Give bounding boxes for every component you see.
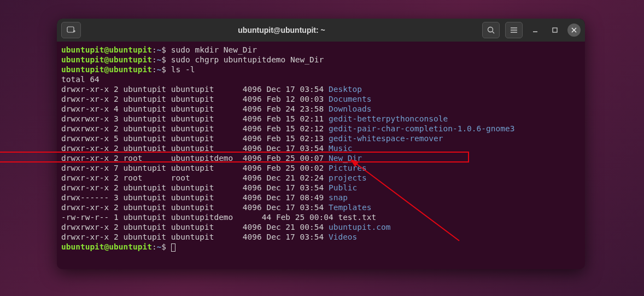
links: 7 [114, 164, 119, 172]
ls-row: drwx------ 3 ubuntupit ubuntupit 4096 De… [61, 193, 581, 202]
perm: -rw-rw-r-- [61, 213, 109, 222]
links: 5 [114, 134, 119, 143]
size: 44 [238, 213, 271, 222]
prompt-colon: : [152, 242, 157, 251]
group: ubuntupit [171, 105, 233, 113]
new-tab-button[interactable] [61, 22, 81, 38]
command-line: ubuntupit@ubuntupit:~$ sudo chgrp ubuntu… [61, 55, 581, 65]
maximize-button[interactable] [548, 23, 562, 37]
size: 4096 [238, 144, 262, 153]
perm: drwxr-xr-x [61, 233, 109, 241]
links: 2 [114, 124, 119, 133]
group: ubuntupit [171, 114, 233, 123]
command-line: ubuntupit@ubuntupit:~$ [61, 242, 581, 252]
perm: drwxrwxr-x [61, 223, 109, 231]
terminal-window: ubuntupit@ubuntupit: ~ ubuntupit@ubuntup… [57, 19, 585, 269]
perm: drwxr-xr-x [61, 105, 109, 113]
group: ubuntupit [171, 193, 233, 202]
size: 4096 [238, 85, 262, 94]
size: 4096 [238, 203, 262, 212]
file-name: gedit-betterpythonconsole [329, 114, 448, 123]
perm: drwxr-xr-x [61, 173, 109, 182]
size: 4096 [238, 114, 262, 123]
size: 4096 [238, 233, 262, 241]
owner: root [124, 154, 167, 162]
ls-row: drwxr-xr-x 4 ubuntupit ubuntupit 4096 Fe… [61, 104, 581, 114]
terminal-body[interactable]: ubuntupit@ubuntupit:~$ sudo mkdir New_Di… [57, 42, 585, 269]
file-name: projects [329, 173, 367, 182]
links: 1 [114, 213, 119, 222]
command-text: sudo mkdir New_Dir [171, 45, 257, 54]
ls-row: drwxr-xr-x 2 ubuntupit ubuntupit 4096 De… [61, 183, 581, 193]
file-name: New_Dir [329, 154, 362, 162]
ls-row: drwxr-xr-x 2 ubuntupit ubuntupit 4096 De… [61, 143, 581, 153]
links: 2 [114, 223, 119, 231]
owner: ubuntupit [124, 114, 167, 123]
size: 4096 [238, 134, 262, 143]
file-name: ubuntupit.com [329, 223, 391, 231]
ls-row: drwxr-xr-x 2 ubuntupit ubuntupit 4096 Fe… [61, 94, 581, 104]
owner: ubuntupit [124, 105, 167, 113]
owner: ubuntupit [124, 193, 167, 202]
perm: drwxr-xr-x [61, 95, 109, 103]
links: 2 [114, 203, 119, 212]
svg-rect-0 [67, 27, 74, 32]
owner: ubuntupit [124, 124, 167, 133]
hamburger-icon [510, 27, 518, 33]
menu-button[interactable] [505, 22, 523, 38]
owner: ubuntupit [124, 213, 167, 222]
group: ubuntupit [171, 95, 233, 103]
perm: drwxr-xr-x [61, 164, 109, 172]
owner: ubuntupit [124, 164, 167, 172]
date: Feb 12 00:03 [266, 95, 324, 103]
links: 4 [114, 105, 119, 113]
group: ubuntupit [171, 124, 233, 133]
prompt-colon: : [152, 55, 157, 64]
date: Feb 15 02:11 [266, 114, 324, 123]
group: ubuntupit [171, 183, 233, 192]
file-name: Documents [329, 95, 372, 103]
prompt-dollar: $ [161, 45, 171, 54]
size: 4096 [238, 95, 262, 103]
close-icon [571, 27, 577, 33]
prompt-user: ubuntupit@ubuntupit [61, 55, 152, 64]
date: Feb 25 00:07 [266, 154, 324, 162]
perm: drwxr-xr-x [61, 144, 109, 153]
output-total: total 64 [61, 74, 581, 84]
svg-point-3 [488, 27, 493, 32]
group: ubuntupit [171, 134, 233, 143]
group: ubuntupit [171, 164, 233, 172]
file-name: Pictures [329, 164, 367, 172]
minimize-button[interactable] [528, 23, 542, 37]
group: ubuntupit [171, 85, 233, 94]
ls-row: -rw-rw-r-- 1 ubuntupit ubuntupitdemo 44 … [61, 212, 581, 222]
close-button[interactable] [567, 24, 581, 37]
size: 4096 [238, 105, 262, 113]
links: 2 [114, 183, 119, 192]
perm: drwxrwxr-x [61, 124, 109, 133]
group: ubuntupitdemo [171, 154, 233, 162]
date: Dec 17 03:54 [266, 144, 324, 153]
perm: drwx------ [61, 193, 109, 202]
owner: ubuntupit [124, 183, 167, 192]
window-title: ubuntupit@ubuntupit: ~ [81, 26, 482, 34]
size: 4096 [238, 154, 262, 162]
date: Dec 21 02:24 [266, 173, 324, 182]
ls-row: drwxrwxr-x 3 ubuntupit ubuntupit 4096 Fe… [61, 114, 581, 124]
prompt-colon: : [152, 65, 157, 74]
group: ubuntupitdemo [171, 213, 233, 222]
minimize-icon [532, 27, 538, 33]
prompt-user: ubuntupit@ubuntupit [61, 45, 152, 54]
prompt-dollar: $ [161, 55, 171, 64]
search-icon [487, 26, 495, 34]
svg-rect-9 [553, 28, 557, 32]
links: 3 [114, 193, 119, 202]
perm: drwxr-xr-x [61, 203, 109, 212]
date: Feb 25 00:02 [266, 164, 324, 172]
date: Dec 17 03:54 [266, 233, 324, 241]
command-text: sudo chgrp ubuntupitdemo New_Dir [171, 55, 324, 64]
search-button[interactable] [482, 22, 500, 38]
maximize-icon [552, 27, 558, 33]
links: 2 [114, 233, 119, 241]
date: Dec 17 03:54 [266, 203, 324, 212]
